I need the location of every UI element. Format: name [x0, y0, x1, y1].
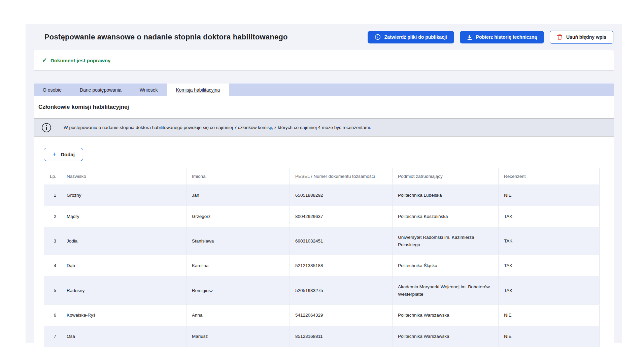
cell-recenzent: TAK	[499, 206, 600, 227]
cell-recenzent: TAK	[499, 255, 600, 277]
trash-icon	[557, 34, 563, 40]
cell-nazwisko: Groźny	[61, 185, 187, 206]
cell-nazwisko: Jodła	[61, 227, 187, 255]
cell-pesel: 65051888292	[290, 185, 393, 206]
cell-imiona: Jan	[187, 185, 290, 206]
cell-lp: 7	[44, 326, 61, 347]
cell-recenzent: TAK	[499, 276, 600, 304]
cell-nazwisko: Radosny	[61, 276, 187, 304]
cell-nazwisko: Mądry	[61, 206, 187, 227]
col-header-recenzent: Recenzent	[499, 168, 600, 185]
table-body: 1GroźnyJan65051888292Politechnika Lubels…	[44, 185, 600, 347]
cell-podmiot: Politechnika Śląska	[393, 255, 499, 277]
cell-pesel: 52121385188	[290, 255, 393, 277]
info-circle-icon	[375, 34, 381, 40]
members-table-wrap: Lp. Nazwisko Imiona PESEL / Numer dokume…	[44, 168, 597, 347]
cell-nazwisko: Dąb	[61, 255, 187, 277]
cell-podmiot: Politechnika Koszalińska	[393, 206, 499, 227]
cell-imiona: Grzegorz	[187, 206, 290, 227]
cell-podmiot: Uniwersytet Radomski im. Kazimierza Puła…	[393, 227, 499, 255]
delete-entry-button[interactable]: Usuń błędny wpis	[550, 31, 613, 44]
download-history-button[interactable]: Pobierz historię techniczną	[460, 31, 544, 43]
tab-content: Członkowie komisji habilitacyjnej W post…	[34, 96, 614, 354]
section-heading: Członkowie komisji habilitacyjnej	[38, 104, 614, 110]
members-table: Lp. Nazwisko Imiona PESEL / Numer dokume…	[44, 168, 600, 347]
table-row[interactable]: 5RadosnyRemigiusz52051933275Akademia Mar…	[44, 276, 600, 304]
table-header-row: Lp. Nazwisko Imiona PESEL / Numer dokume…	[44, 168, 600, 185]
cell-imiona: Stanisława	[187, 227, 290, 255]
cell-recenzent: NIE	[499, 305, 600, 326]
main-panel: Postępowanie awansowe o nadanie stopnia …	[26, 24, 622, 343]
plus-icon: +	[52, 151, 56, 158]
tab-dane-postepowania[interactable]: Dane postępowania	[71, 84, 131, 96]
cell-imiona: Anna	[187, 305, 290, 326]
cell-podmiot: Politechnika Warszawska	[393, 326, 499, 347]
cell-lp: 2	[44, 206, 61, 227]
add-member-button[interactable]: + Dodaj	[44, 148, 83, 161]
cell-imiona: Mariusz	[187, 326, 290, 347]
col-header-podmiot: Podmiot zatrudniający	[393, 168, 499, 185]
info-circle-icon	[41, 123, 52, 133]
tab-komisja-habilitacyjna[interactable]: Komisja habilitacyjna	[167, 84, 229, 96]
cell-recenzent: NIE	[499, 185, 600, 206]
cell-lp: 6	[44, 305, 61, 326]
page-header: Postępowanie awansowe o nadanie stopnia …	[34, 24, 614, 50]
cell-pesel: 80042929637	[290, 206, 393, 227]
col-header-imiona: Imiona	[187, 168, 290, 185]
cell-nazwisko: Osa	[61, 326, 187, 347]
cell-pesel: 69031032451	[290, 227, 393, 255]
alert-message: Dokument jest poprawny	[50, 58, 110, 63]
page-title: Postępowanie awansowe o nadanie stopnia …	[44, 33, 288, 41]
col-header-nazwisko: Nazwisko	[61, 168, 187, 185]
info-banner-text: W postępowaniu o nadanie stopnia doktora…	[64, 125, 371, 130]
add-member-label: Dodaj	[61, 152, 75, 157]
download-arrow-icon	[467, 34, 472, 40]
cell-lp: 4	[44, 255, 61, 277]
approve-files-button[interactable]: Zatwierdź pliki do publikacji	[368, 31, 454, 43]
approve-files-label: Zatwierdź pliki do publikacji	[384, 34, 447, 40]
tabbar: O osobie Dane postępowania Wniosek Komis…	[34, 84, 614, 96]
table-row[interactable]: 1GroźnyJan65051888292Politechnika Lubels…	[44, 185, 600, 206]
table-row[interactable]: 2MądryGrzegorz80042929637Politechnika Ko…	[44, 206, 600, 227]
document-status-alert: ✓ Dokument jest poprawny	[34, 50, 614, 71]
delete-entry-label: Usuń błędny wpis	[566, 34, 606, 40]
cell-pesel: 85123168811	[290, 326, 393, 347]
table-row[interactable]: 3JodłaStanisława69031032451Uniwersytet R…	[44, 227, 600, 255]
cell-lp: 5	[44, 276, 61, 304]
cell-recenzent: NIE	[499, 326, 600, 347]
cell-pesel: 52051933275	[290, 276, 393, 304]
cell-nazwisko: Kowalska-Ryś	[61, 305, 187, 326]
cell-imiona: Remigiusz	[187, 276, 290, 304]
cell-recenzent: TAK	[499, 227, 600, 255]
cell-pesel: 54122064329	[290, 305, 393, 326]
download-history-label: Pobierz historię techniczną	[476, 34, 537, 40]
tab-wniosek[interactable]: Wniosek	[131, 84, 167, 96]
cell-podmiot: Akademia Marynarki Wojennej im. Bohateró…	[393, 276, 499, 304]
col-header-pesel: PESEL / Numer dokumentu tożsamości	[290, 168, 393, 185]
cell-imiona: Karolina	[187, 255, 290, 277]
check-icon: ✓	[42, 57, 47, 64]
info-banner: W postępowaniu o nadanie stopnia doktora…	[34, 119, 614, 136]
table-row[interactable]: 6Kowalska-RyśAnna54122064329Politechnika…	[44, 305, 600, 326]
cell-podmiot: Politechnika Lubelska	[393, 185, 499, 206]
cell-lp: 1	[44, 185, 61, 206]
cell-podmiot: Politechnika Warszawska	[393, 305, 499, 326]
cell-lp: 3	[44, 227, 61, 255]
col-header-lp: Lp.	[44, 168, 61, 185]
table-row[interactable]: 4DąbKarolina52121385188Politechnika Śląs…	[44, 255, 600, 277]
header-buttons: Zatwierdź pliki do publikacji Pobierz hi…	[368, 31, 613, 44]
tab-o-osobie[interactable]: O osobie	[34, 84, 71, 96]
table-row[interactable]: 7OsaMariusz85123168811Politechnika Warsz…	[44, 326, 600, 347]
